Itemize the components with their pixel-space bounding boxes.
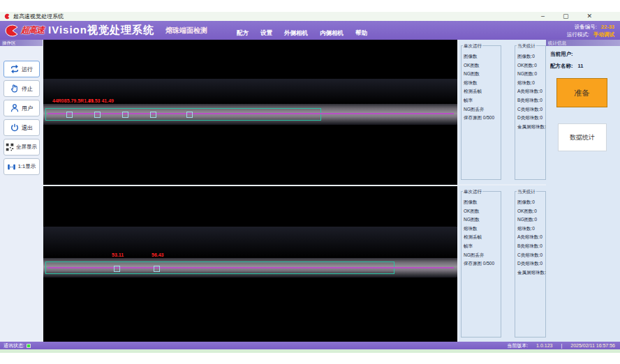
window-title: 超高速视觉处理系统 xyxy=(13,13,64,20)
measurement-annotation: 31.53 41.49 xyxy=(88,98,114,103)
exit-button[interactable]: 退出 xyxy=(3,119,40,136)
prepare-button[interactable]: 准备 xyxy=(556,78,607,107)
bead-marker xyxy=(186,112,193,118)
comm-status-indicator xyxy=(27,344,31,348)
version-value: 1.0.123 xyxy=(536,343,552,348)
user-button-label: 用户 xyxy=(22,105,33,112)
fullscreen-button-label: 全屏显示 xyxy=(16,144,37,151)
close-button[interactable]: ✕ xyxy=(586,12,592,21)
stats-panel-top: 单次运行 图像数OK图数NG图数熔珠数检测丢帧帧率NG图丢弃保存原图 0/500… xyxy=(459,40,546,184)
today-stats-rows: 图像数:0OK图数:0NG图数:0熔珠数:0A类熔珠数:0B类熔珠数:0C类熔珠… xyxy=(517,52,545,131)
stat-row: 熔珠数 xyxy=(464,225,501,234)
stat-row: 检测丢帧 xyxy=(464,233,501,242)
stat-row: 图像数:0 xyxy=(517,198,545,207)
power-icon xyxy=(10,123,20,132)
menu-item[interactable]: 配方 xyxy=(237,29,249,38)
brand-swoosh-icon xyxy=(3,24,20,38)
camera-view-top[interactable]: 44R085.79.5R1.49 31.53 41.49 xyxy=(43,40,457,185)
detection-rect xyxy=(45,108,321,121)
measurement-annotation: 44R085.79.5R1.49 xyxy=(52,98,94,103)
version-label: 当前版本: xyxy=(507,342,528,349)
today-stats-title: 当天统计 xyxy=(517,43,536,50)
one-to-one-button[interactable]: 1:1显示 xyxy=(3,158,40,175)
bead-marker xyxy=(114,266,120,272)
single-run-rows: 图像数OK图数NG图数熔珠数检测丢帧帧率NG图丢弃保存原图 0/500 xyxy=(464,198,501,268)
maximize-button[interactable]: ▢ xyxy=(563,12,569,21)
comm-status-label: 通讯状态: xyxy=(3,342,24,349)
menu-item[interactable]: 外侧相机 xyxy=(284,29,308,38)
bead-centerline xyxy=(47,113,454,114)
menu-item[interactable]: 内侧相机 xyxy=(320,29,344,38)
statistics-info-panel: 统计信息 当前用户: 配方名称: 11 准备 数据统计 xyxy=(546,40,620,342)
measurement-annotation: 56.43 xyxy=(152,252,164,257)
single-run-title: 单次运行 xyxy=(463,43,482,50)
single-run-rows: 图像数OK图数NG图数熔珠数检测丢帧帧率NG图丢弃保存原图 0/500 xyxy=(464,52,501,123)
single-run-groupbox: 单次运行 图像数OK图数NG图数熔珠数检测丢帧帧率NG图丢弃保存原图 0/500 xyxy=(461,191,501,338)
stop-button[interactable]: 停止 xyxy=(3,80,40,97)
bead-marker xyxy=(94,112,101,118)
exit-button-label: 退出 xyxy=(22,124,33,132)
window-bottom-strip xyxy=(0,349,620,353)
stat-row: NG图数:0 xyxy=(517,215,545,225)
device-info: 设备编号: 22-33 运行模式: 手动调试 xyxy=(567,23,614,38)
data-statistics-button[interactable]: 数据统计 xyxy=(558,123,607,151)
run-mode-value: 手动调试 xyxy=(593,31,614,38)
recipe-name-label: 配方名称: xyxy=(550,63,573,69)
stat-row: 金属屑熔珠数:0 xyxy=(517,268,545,278)
stat-row: OK图数:0 xyxy=(517,207,545,216)
operation-sidebar: 操作区 运行 停止 xyxy=(0,40,43,342)
recipe-name-value: 11 xyxy=(578,63,584,69)
single-run-title: 单次运行 xyxy=(463,189,482,195)
device-number-value: 22-33 xyxy=(601,24,614,30)
stop-hand-icon xyxy=(10,84,20,93)
menu-item[interactable]: 设置 xyxy=(260,29,272,38)
recipe-name-row: 配方名称: 11 xyxy=(550,63,620,70)
comm-status: 通讯状态: xyxy=(3,342,31,349)
stat-row: B类熔珠数:0 xyxy=(517,242,545,251)
stat-row: NG图数 xyxy=(464,215,501,225)
today-stats-title: 当天统计 xyxy=(517,189,536,195)
status-separator: | xyxy=(561,343,562,348)
image-haze xyxy=(43,227,457,258)
stat-row: NG图丢弃 xyxy=(464,251,501,260)
window-titlebar: 超高速视觉处理系统 – ▢ ✕ xyxy=(0,12,620,21)
stat-row: 熔珠数 xyxy=(464,79,501,88)
stat-row: 熔珠数:0 xyxy=(517,79,545,88)
run-loop-icon xyxy=(10,64,20,74)
device-number-label: 设备编号: xyxy=(575,24,597,30)
run-button-label: 运行 xyxy=(22,66,33,73)
today-stats-rows: 图像数:0OK图数:0NG图数:0熔珠数:0A类熔珠数:0B类熔珠数:0C类熔珠… xyxy=(517,198,545,277)
bead-marker xyxy=(66,112,73,118)
brand-logo-text: 超高速 xyxy=(21,24,44,36)
window-controls: – ▢ ✕ xyxy=(541,12,592,21)
run-mode-row: 运行模式: 手动调试 xyxy=(567,31,614,38)
bead-marker xyxy=(154,266,160,272)
brand-logo: 超高速 xyxy=(3,24,44,38)
metal-strip-image xyxy=(43,258,457,278)
camera-view-bottom[interactable]: 53.11 56.43 xyxy=(43,186,457,342)
main-menu: 配方 设置 外侧相机 内侧相机 帮助 xyxy=(237,29,367,38)
stat-row: C类熔珠数:0 xyxy=(517,251,545,260)
stat-row: NG图数:0 xyxy=(517,70,545,79)
stat-row: C类熔珠数:0 xyxy=(517,105,545,114)
fullscreen-grid-icon xyxy=(6,143,14,151)
stat-row: 图像数 xyxy=(464,52,501,61)
stat-row: B类熔珠数:0 xyxy=(517,96,545,105)
run-button[interactable]: 运行 xyxy=(3,61,40,77)
today-stats-groupbox: 当天统计 图像数:0OK图数:0NG图数:0熔珠数:0A类熔珠数:0B类熔珠数:… xyxy=(515,191,546,338)
status-bar: 通讯状态: 当前版本: 1.0.123 | 2025/02/11 16:57:5… xyxy=(0,342,620,349)
stat-row: OK图数:0 xyxy=(517,61,545,70)
app-header: 超高速 IVision视觉处理系统 熔珠端面检测 配方 设置 外侧相机 内侧相机… xyxy=(0,21,620,40)
stat-row: 帧率 xyxy=(464,96,501,105)
stat-row: NG图数 xyxy=(464,70,501,79)
stat-row: A类熔珠数:0 xyxy=(517,233,545,242)
menu-item[interactable]: 帮助 xyxy=(355,29,367,38)
one-to-one-icon xyxy=(7,162,16,172)
current-user-row: 当前用户: xyxy=(550,51,620,58)
minimize-button[interactable]: – xyxy=(541,12,545,21)
stat-row: 图像数:0 xyxy=(517,52,545,61)
user-button[interactable]: 用户 xyxy=(3,100,40,116)
datetime-value: 2025/02/11 16:57:56 xyxy=(570,343,615,348)
stats-panel-bottom: 单次运行 图像数OK图数NG图数熔珠数检测丢帧帧率NG图丢弃保存原图 0/500… xyxy=(459,185,546,342)
fullscreen-button[interactable]: 全屏显示 xyxy=(3,139,40,156)
